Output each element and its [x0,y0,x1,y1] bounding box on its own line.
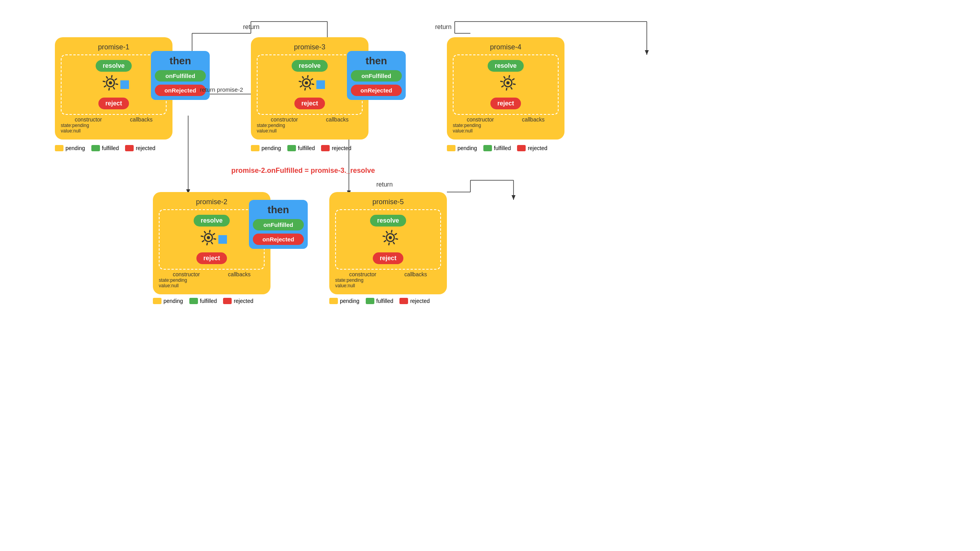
promise-4-title: promise-4 [453,43,559,51]
then-2-box: then onFulfilled onRejected [347,51,406,100]
promise-1-constructor-label: constructor [75,116,102,123]
svg-line-69 [394,241,397,243]
svg-line-50 [516,78,519,81]
promise-5-box: promise-5 resolve [329,192,447,294]
svg-line-68 [391,228,394,231]
svg-line-24 [116,74,118,77]
svg-line-57 [216,238,219,239]
return-annotation-1: return [243,24,260,31]
promise-5-inner: resolve [335,209,441,270]
svg-line-39 [310,86,313,89]
fulfilled-color-2 [189,298,198,304]
svg-line-38 [307,74,310,76]
pending-label-5: pending [340,298,359,304]
promise-5-resolve: resolve [370,215,406,227]
rejected-label-3: rejected [332,145,351,151]
promise-3-state: state:pending value:null [257,123,363,134]
svg-line-59 [212,241,215,243]
svg-line-56 [205,232,207,234]
svg-line-45 [508,86,509,88]
fulfilled-label-5: fulfilled [376,298,394,304]
promise-3-gear-row [294,75,325,94]
promise-3-constructor-label: constructor [271,116,298,123]
promise-5-legend: pending fulfilled rejected [329,298,430,304]
promise-5-constructor-area: constructor callbacks [335,271,441,277]
svg-point-33 [308,79,312,83]
promise-3-title: promise-3 [257,43,363,51]
legend-fulfilled-5: fulfilled [366,298,394,304]
svg-line-49 [512,86,515,89]
then-1-rejected: onRejected [155,85,206,96]
svg-line-58 [209,228,212,231]
pending-color-4 [447,145,456,151]
svg-line-25 [110,86,111,88]
promise-1-title: promise-1 [61,43,167,51]
svg-line-51 [504,82,507,84]
legend-fulfilled-3: fulfilled [287,145,315,151]
return-annotation-2: return [435,24,452,31]
rejected-label-4: rejected [528,145,547,151]
promise-1-constructor-area: constructor callbacks [61,116,167,123]
svg-line-46 [505,78,507,79]
pending-label-4: pending [457,145,477,151]
promise-5-gear-icon [381,223,407,249]
promise-4-gear-row [496,75,515,94]
rejected-color-3 [321,145,330,151]
svg-line-70 [399,233,401,236]
fulfilled-color-5 [366,298,374,304]
promise-5-state: state:pending value:null [335,277,441,288]
fulfilled-label-2: fulfilled [200,298,217,304]
svg-line-31 [107,82,109,84]
promise-1-gear-row [98,75,129,94]
promise-1-callbacks-label: callbacks [130,116,153,123]
promise-1-gear-icon [101,68,127,94]
promise-4-reject: reject [490,98,521,109]
svg-line-40 [315,78,318,81]
rejected-color-5 [399,298,408,304]
svg-line-30 [119,78,122,81]
promise-2-callbacks-label: callbacks [228,271,251,277]
promise-3-legend: pending fulfilled rejected [251,145,351,151]
then-1-title: then [170,55,191,67]
svg-line-61 [205,236,207,239]
pending-color-5 [329,298,338,304]
svg-line-66 [387,232,389,234]
promise-4-resolve: resolve [488,60,524,72]
pending-color-2 [153,298,162,304]
promise-4-constructor-area: constructor callbacks [453,116,559,123]
legend-rejected-1: rejected [125,145,155,151]
rejected-color-1 [125,145,134,151]
promise-1-reject: reject [98,98,129,109]
legend-fulfilled-2: fulfilled [189,298,217,304]
svg-line-36 [303,78,305,79]
svg-point-43 [510,79,514,83]
then-3-rejected: onRejected [253,234,304,245]
svg-line-28 [111,74,114,76]
svg-line-65 [390,241,391,243]
promise-3-constructor-area: constructor callbacks [257,116,363,123]
svg-line-26 [107,78,109,79]
fulfilled-color-1 [91,145,100,151]
fulfilled-color-4 [483,145,492,151]
legend-rejected-3: rejected [321,145,351,151]
then-2-title: then [366,55,387,67]
svg-line-44 [514,74,515,77]
svg-line-55 [208,241,209,243]
fulfilled-color-3 [287,145,296,151]
pending-label-1: pending [65,145,85,151]
pending-color-3 [251,145,260,151]
promise-3-reject: reject [294,98,325,109]
then-1-fulfilled: onFulfilled [155,70,206,82]
svg-line-47 [516,83,518,85]
legend-fulfilled-1: fulfilled [91,145,119,151]
legend-rejected-5: rejected [399,298,430,304]
promise-4-box: promise-4 resolve [447,37,564,140]
then-3-box: then onFulfilled onRejected [249,200,308,249]
promise-4-gear-icon [498,68,525,94]
svg-line-35 [306,86,307,88]
rejected-label-5: rejected [410,298,430,304]
legend-pending-3: pending [251,145,281,151]
svg-point-53 [210,234,214,238]
svg-point-63 [392,234,396,238]
promise-3-gear-icon [297,68,323,94]
